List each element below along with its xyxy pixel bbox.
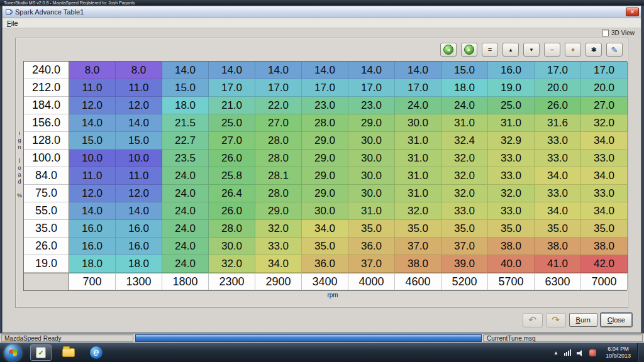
subtract-button[interactable]: −	[544, 43, 560, 57]
table-cell[interactable]: 21.0	[209, 97, 255, 114]
table-cell[interactable]: 24.0	[162, 185, 209, 202]
table-cell[interactable]: 33.0	[255, 238, 302, 255]
table-cell[interactable]: 12.0	[69, 97, 116, 114]
table-cell[interactable]: 14.0	[209, 62, 255, 79]
table-cell[interactable]: 29.0	[348, 114, 395, 132]
table-cell[interactable]: 35.0	[581, 220, 628, 238]
table-cell[interactable]: 31.0	[395, 150, 441, 167]
table-cell[interactable]: 17.0	[348, 79, 395, 97]
start-button[interactable]	[4, 344, 21, 361]
tray-chevron-icon[interactable]: ▲	[553, 350, 558, 356]
undo-icon[interactable]: ↶	[523, 313, 543, 327]
table-cell[interactable]: 34.0	[535, 202, 581, 220]
table-cell[interactable]: 34.0	[581, 132, 628, 150]
table-cell[interactable]: 27.0	[255, 114, 302, 132]
table-cell[interactable]: 21.5	[162, 114, 209, 132]
table-cell[interactable]: 31.0	[348, 202, 395, 220]
table-cell[interactable]: 11.0	[116, 79, 162, 97]
table-cell[interactable]: 28.0	[255, 132, 302, 150]
table-cell[interactable]: 38.0	[581, 238, 628, 255]
table-cell[interactable]: 29.0	[255, 202, 302, 220]
table-cell[interactable]: 28.1	[255, 167, 302, 185]
table-cell[interactable]: 14.0	[116, 202, 162, 220]
table-cell[interactable]: 31.0	[441, 114, 488, 132]
table-cell[interactable]: 30.0	[209, 238, 255, 255]
table-cell[interactable]: 33.0	[535, 132, 581, 150]
table-cell[interactable]: 31.0	[395, 132, 441, 150]
view-3d-toggle[interactable]: 3D View	[602, 30, 635, 36]
table-cell[interactable]: 34.0	[255, 255, 302, 273]
table-cell[interactable]: 24.0	[395, 97, 441, 114]
table-cell[interactable]: 25.0	[209, 114, 255, 132]
table-cell[interactable]: 33.0	[535, 185, 581, 202]
close-icon[interactable]: ✕	[626, 8, 639, 16]
table-cell[interactable]: 11.0	[116, 167, 162, 185]
table-cell[interactable]: 16.0	[69, 220, 116, 238]
table-cell[interactable]: 24.0	[441, 97, 488, 114]
taskbar-app-tunerstudio[interactable]: ✓	[30, 344, 52, 361]
table-cell[interactable]: 12.0	[69, 185, 116, 202]
table-cell[interactable]: 23.5	[162, 150, 209, 167]
table-cell[interactable]: 14.0	[116, 114, 162, 132]
table-cell[interactable]: 18.0	[441, 79, 488, 97]
multiply-button[interactable]: ✱	[586, 43, 602, 57]
table-cell[interactable]: 37.0	[441, 238, 488, 255]
table-cell[interactable]: 32.4	[441, 132, 488, 150]
table-cell[interactable]: 8.0	[116, 62, 162, 79]
table-cell[interactable]: 30.0	[302, 202, 348, 220]
table-cell[interactable]: 17.0	[395, 79, 441, 97]
table-cell[interactable]: 30.0	[348, 132, 395, 150]
table-cell[interactable]: 28.0	[302, 114, 348, 132]
show-desktop-button[interactable]	[637, 343, 644, 362]
table-cell[interactable]: 24.0	[162, 238, 209, 255]
table-cell[interactable]: 30.0	[348, 150, 395, 167]
table-cell[interactable]: 23.0	[302, 97, 348, 114]
table-cell[interactable]: 17.0	[535, 62, 581, 79]
table-cell[interactable]: 18.0	[162, 97, 209, 114]
table-cell[interactable]: 33.0	[488, 202, 535, 220]
table-cell[interactable]: 14.0	[162, 62, 209, 79]
menu-file[interactable]: File	[3, 19, 23, 27]
table-cell[interactable]: 17.0	[302, 79, 348, 97]
table-cell[interactable]: 39.0	[441, 255, 488, 273]
table-cell[interactable]: 33.0	[581, 185, 628, 202]
table-cell[interactable]: 15.0	[162, 79, 209, 97]
set-equal-button[interactable]: =	[482, 43, 498, 57]
table-cell[interactable]: 33.0	[581, 150, 628, 167]
taskbar-explorer[interactable]	[58, 344, 79, 361]
table-cell[interactable]: 30.0	[348, 185, 395, 202]
table-cell[interactable]: 17.0	[209, 79, 255, 97]
table-cell[interactable]: 17.0	[255, 79, 302, 97]
history-forward-button[interactable]: ►	[461, 43, 477, 57]
table-cell[interactable]: 33.0	[535, 150, 581, 167]
table-cell[interactable]: 26.0	[535, 97, 581, 114]
table-cell[interactable]: 32.0	[209, 255, 255, 273]
table-cell[interactable]: 29.0	[302, 167, 348, 185]
volume-icon[interactable]	[577, 349, 584, 356]
table-cell[interactable]: 36.0	[348, 238, 395, 255]
table-cell[interactable]: 37.0	[395, 238, 441, 255]
table-cell[interactable]: 40.0	[488, 255, 535, 273]
table-cell[interactable]: 20.0	[581, 79, 628, 97]
table-cell[interactable]: 36.0	[302, 255, 348, 273]
table-cell[interactable]: 22.7	[162, 132, 209, 150]
table-cell[interactable]: 15.0	[69, 132, 116, 150]
table-cell[interactable]: 15.0	[441, 62, 488, 79]
table-cell[interactable]: 32.0	[488, 185, 535, 202]
table-cell[interactable]: 11.0	[69, 79, 116, 97]
edit-button[interactable]: ✎	[606, 43, 623, 57]
table-cell[interactable]: 23.0	[348, 97, 395, 114]
table-cell[interactable]: 12.0	[116, 185, 162, 202]
table-cell[interactable]: 33.0	[488, 167, 535, 185]
table-cell[interactable]: 32.0	[441, 167, 488, 185]
table-cell[interactable]: 31.0	[395, 185, 441, 202]
table-cell[interactable]: 19.0	[488, 79, 535, 97]
table-cell[interactable]: 35.0	[302, 238, 348, 255]
close-button[interactable]: Close	[601, 313, 632, 327]
decrement-button[interactable]: ▼	[523, 43, 540, 57]
history-back-button[interactable]: ◄	[440, 43, 457, 57]
table-cell[interactable]: 18.0	[116, 255, 162, 273]
table-cell[interactable]: 14.0	[255, 62, 302, 79]
table-cell[interactable]: 29.0	[302, 150, 348, 167]
table-cell[interactable]: 22.0	[255, 97, 302, 114]
